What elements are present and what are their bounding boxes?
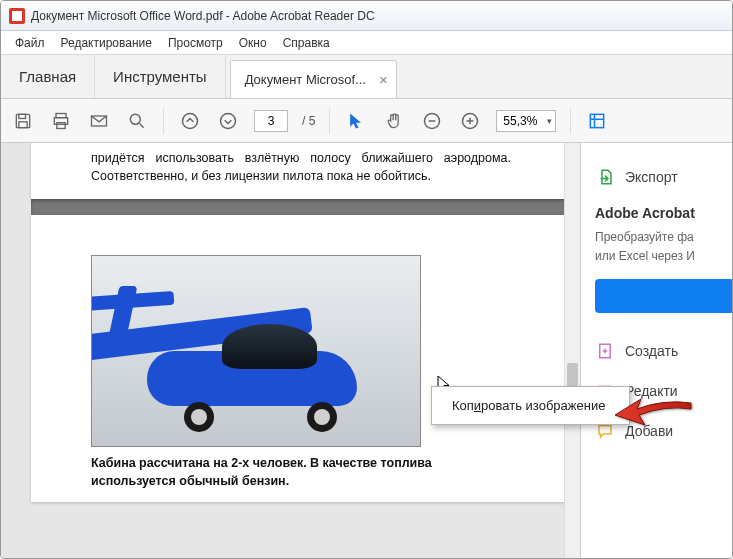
mail-icon[interactable] bbox=[87, 109, 111, 133]
zoom-out-icon[interactable] bbox=[420, 109, 444, 133]
page-input[interactable] bbox=[254, 110, 288, 132]
page-down-icon[interactable] bbox=[216, 109, 240, 133]
app-icon bbox=[9, 8, 25, 24]
svg-rect-12 bbox=[591, 114, 604, 127]
search-icon[interactable] bbox=[125, 109, 149, 133]
zoom-select[interactable]: 55,3% bbox=[496, 110, 556, 132]
separator bbox=[163, 108, 164, 134]
print-icon[interactable] bbox=[49, 109, 73, 133]
menu-file[interactable]: Файл bbox=[7, 33, 53, 53]
ctx-copy-image[interactable]: Копировать изображение bbox=[434, 393, 627, 418]
svg-point-9 bbox=[221, 113, 236, 128]
fit-width-icon[interactable] bbox=[585, 109, 609, 133]
pdf-page: Кабина рассчитана на 2-х человек. В каче… bbox=[31, 215, 571, 502]
menu-help[interactable]: Справка bbox=[275, 33, 338, 53]
document-viewport[interactable]: придётся использовать взлётную полосу бл… bbox=[1, 143, 580, 558]
svg-rect-2 bbox=[19, 121, 27, 127]
page-gap bbox=[31, 199, 571, 215]
scrollbar[interactable] bbox=[564, 143, 580, 558]
toolbar: / 5 55,3% bbox=[1, 99, 732, 143]
svg-point-8 bbox=[183, 113, 198, 128]
tab-document[interactable]: Документ Microsof... × bbox=[230, 60, 397, 98]
side-desc-line2: или Excel через И bbox=[595, 248, 732, 265]
save-icon[interactable] bbox=[11, 109, 35, 133]
image-caption: Кабина рассчитана на 2-х человек. В каче… bbox=[91, 455, 511, 490]
body-text: придётся использовать взлётную полосу бл… bbox=[91, 149, 511, 185]
convert-button[interactable] bbox=[595, 279, 733, 313]
side-export[interactable]: Экспорт bbox=[595, 157, 732, 197]
menu-edit[interactable]: Редактирование bbox=[53, 33, 160, 53]
select-tool-icon[interactable] bbox=[344, 109, 368, 133]
titlebar: Документ Microsoft Office Word.pdf - Ado… bbox=[1, 1, 732, 31]
window-title: Документ Microsoft Office Word.pdf - Ado… bbox=[31, 9, 375, 23]
page-count: / 5 bbox=[302, 114, 315, 128]
separator bbox=[570, 108, 571, 134]
annotation-arrow bbox=[613, 395, 693, 439]
separator bbox=[329, 108, 330, 134]
menu-window[interactable]: Окно bbox=[231, 33, 275, 53]
tabbar: Главная Инструменты Документ Microsof...… bbox=[1, 55, 732, 99]
menubar: Файл Редактирование Просмотр Окно Справк… bbox=[1, 31, 732, 55]
tab-tools[interactable]: Инструменты bbox=[95, 55, 226, 98]
tab-document-label: Документ Microsof... bbox=[245, 72, 366, 87]
tools-sidepanel: Экспорт Adobe Acrobat Преобразуйте фа ил… bbox=[580, 143, 732, 558]
side-desc-line1: Преобразуйте фа bbox=[595, 229, 732, 246]
hand-tool-icon[interactable] bbox=[382, 109, 406, 133]
pdf-page: придётся использовать взлётную полосу бл… bbox=[31, 143, 571, 199]
embedded-image[interactable] bbox=[91, 255, 421, 447]
svg-point-7 bbox=[130, 114, 140, 124]
side-product-title: Adobe Acrobat bbox=[595, 205, 732, 221]
svg-rect-1 bbox=[19, 114, 26, 118]
side-create[interactable]: Создать bbox=[595, 331, 732, 371]
svg-rect-5 bbox=[57, 122, 65, 128]
create-pdf-icon bbox=[595, 341, 615, 361]
export-icon bbox=[595, 167, 615, 187]
zoom-in-icon[interactable] bbox=[458, 109, 482, 133]
context-menu: Копировать изображение bbox=[431, 386, 630, 425]
menu-view[interactable]: Просмотр bbox=[160, 33, 231, 53]
tab-home[interactable]: Главная bbox=[1, 55, 95, 98]
content-area: придётся использовать взлётную полосу бл… bbox=[1, 143, 732, 558]
page-up-icon[interactable] bbox=[178, 109, 202, 133]
close-icon[interactable]: × bbox=[379, 71, 388, 88]
